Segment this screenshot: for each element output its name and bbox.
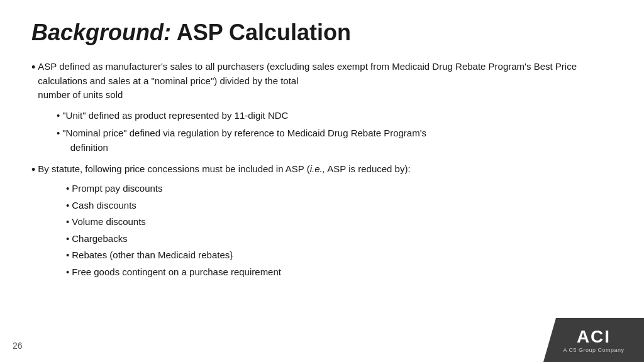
title-normal: ASP Calculation	[171, 19, 351, 45]
sub-bullet-dot-2-3: •	[66, 215, 69, 228]
sub-bullet-text-1-1: "Unit" defined as product represented by…	[62, 109, 613, 123]
sub-bullet-2-1: • Prompt pay discounts	[66, 182, 613, 196]
sub-bullet-text-2-5: Rebates (other than Medicaid rebates}	[72, 248, 613, 263]
bullet-2: • By statute, following price concession…	[31, 162, 613, 178]
sub-bullet-dot-2-4: •	[66, 232, 69, 245]
bullet-dot-1: •	[31, 60, 35, 75]
slide: Background: ASP Calculation • ASP define…	[0, 0, 644, 362]
sub-bullet-dot-2-6: •	[66, 265, 69, 278]
sub-bullet-2-4: • Chargebacks	[66, 232, 613, 246]
sub-bullet-dot-2-5: •	[66, 248, 69, 261]
title-italic: Background:	[31, 19, 171, 45]
bullet-dot-2: •	[31, 162, 35, 178]
logo-name: ACI	[577, 327, 611, 347]
content-area: • ASP defined as manufacturer's sales to…	[31, 60, 613, 279]
slide-title: Background: ASP Calculation	[31, 19, 613, 46]
sub-bullet-1-2: • "Nominal price" defined via regulation…	[57, 126, 613, 155]
sub-bullet-text-2-6: Free goods contingent on a purchase requ…	[72, 265, 613, 280]
sub-bullet-text-2-4: Chargebacks	[72, 232, 613, 246]
sub-bullet-1-1: • "Unit" defined as product represented …	[57, 109, 613, 123]
sub-bullet-text-2-2: Cash discounts	[72, 199, 613, 213]
logo-area: ACI A C5 Group Company	[543, 318, 644, 362]
sub-bullet-2-2: • Cash discounts	[66, 199, 613, 213]
sub-bullet-text-2-3: Volume discounts	[72, 215, 613, 229]
sub-bullet-dot-2-2: •	[66, 199, 69, 212]
sub-bullet-text-2-1: Prompt pay discounts	[72, 182, 613, 196]
sub-bullet-text-1-2: "Nominal price" defined via regulation b…	[62, 126, 613, 155]
italic-ie: i.e.,	[310, 163, 325, 174]
page-number: 26	[13, 341, 23, 351]
sub-bullet-2-5: • Rebates (other than Medicaid rebates}	[66, 248, 613, 263]
logo-sub: A C5 Group Company	[563, 347, 624, 353]
sub-bullet-dot-1-2: •	[57, 126, 60, 140]
sub-bullet-2-6: • Free goods contingent on a purchase re…	[66, 265, 613, 280]
sub-bullet-dot-1-1: •	[57, 109, 60, 122]
sub-bullet-dot-2-1: •	[66, 182, 69, 195]
bullet-1: • ASP defined as manufacturer's sales to…	[31, 60, 613, 102]
sub-bullet-2-3: • Volume discounts	[66, 215, 613, 229]
bullet-text-2: By statute, following price concessions …	[38, 162, 613, 177]
bullet-text-1: ASP defined as manufacturer's sales to a…	[38, 60, 613, 102]
